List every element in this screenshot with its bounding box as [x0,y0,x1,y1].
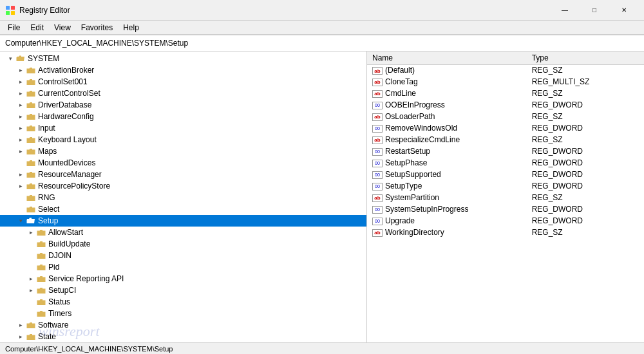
table-row[interactable]: abRespecializeCmdLineREG_SZ [367,134,644,145]
folder-icon-state [26,332,36,341]
reg-name-6: abRespecializeCmdLine [367,134,527,145]
menu-favorites[interactable]: Favorites [76,22,118,33]
reg-data-13 [629,215,644,227]
table-row[interactable]: 00SetupTypeREG_DWORD [367,180,644,192]
table-row[interactable]: 00RemoveWindowsOldREG_DWORD [367,122,644,134]
tree-item-resourcemanager[interactable]: ▸ResourceManager [0,169,366,180]
reg-data-3 [629,99,644,111]
tree-item-status[interactable]: Status [0,296,366,308]
folder-icon-allowstart [36,228,46,237]
tree-item-hardwareconfig[interactable]: ▸HardwareConfig [0,111,366,122]
menu-view[interactable]: View [49,22,76,33]
tree-item-timers[interactable]: Timers [0,308,366,319]
expand-btn-controlset001[interactable]: ▸ [15,77,26,87]
tree-item-mounteddevices[interactable]: MountedDevices [0,157,366,169]
table-row[interactable]: abOsLoaderPathREG_SZ [367,111,644,122]
table-row[interactable]: abWorkingDirectoryREG_SZ [367,227,644,238]
tree-item-maps[interactable]: ▸Maps [0,145,366,157]
tree-item-djoin[interactable]: DJOIN [0,250,366,261]
reg-data-8 [629,157,644,169]
menu-edit[interactable]: Edit [25,22,49,33]
expand-btn-keyboardlayout[interactable]: ▸ [15,135,26,145]
table-row[interactable]: abSystemPartitionREG_SZ [367,192,644,203]
tree-label-resourcepolicystore: ResourcePolicyStore [38,182,110,191]
expand-btn-system[interactable]: ▾ [5,53,15,64]
reg-type-11: REG_SZ [527,192,629,203]
expand-btn-setup[interactable]: ▾ [15,216,26,226]
tree-pane[interactable]: ▾SYSTEM▸ActivationBroker▸ControlSet001▸C… [0,51,367,342]
table-row[interactable]: ab(Default)REG_SZ [367,64,644,76]
expand-btn-resourcemanager[interactable]: ▸ [15,169,26,180]
tree-item-setupci[interactable]: ▸SetupCI [0,284,366,296]
reg-name-1: abCloneTag [367,76,527,88]
table-row[interactable]: abCmdLineREG_SZ [367,88,644,99]
svg-rect-5 [27,219,32,223]
reg-name-5: 00RemoveWindowsOld [367,122,527,134]
tree-label-status: Status [48,297,70,306]
tree-label-activationbroker: ActivationBroker [38,66,94,75]
address-bar: Computer\HKEY_LOCAL_MACHINE\SYSTEM\Setup [0,35,644,51]
folder-icon-resourcepolicystore [26,182,36,191]
tree-item-allowstart[interactable]: ▸AllowStart [0,227,366,238]
expand-btn-currentcontrolset[interactable]: ▸ [15,88,26,98]
expand-btn-state[interactable]: ▸ [15,331,26,342]
tree-item-rng[interactable]: RNG [0,192,366,203]
folder-icon-software [26,321,36,330]
tree-item-input[interactable]: ▸Input [0,122,366,134]
expand-btn-driverdatabase[interactable]: ▸ [15,100,26,110]
tree-label-keyboardlayout: Keyboard Layout [38,135,97,144]
folder-icon-activationbroker [26,66,36,75]
svg-rect-2 [6,11,10,15]
title-bar: Registry Editor — □ ✕ [0,0,644,21]
close-button[interactable]: ✕ [609,0,639,21]
expand-btn-input[interactable]: ▸ [15,123,26,133]
tree-item-activationbroker[interactable]: ▸ActivationBroker [0,64,366,76]
tree-item-driverdatabase[interactable]: ▸DriverDatabase [0,99,366,111]
tree-item-pid[interactable]: Pid [0,261,366,273]
reg-data-1 [629,76,644,88]
table-row[interactable]: 00SetupPhaseREG_DWORD [367,157,644,169]
table-row[interactable]: abCloneTagREG_MULTI_SZ [367,76,644,88]
tree-item-state[interactable]: ▸State [0,331,366,342]
expand-btn-hardwareconfig[interactable]: ▸ [15,111,26,122]
expand-btn-allowstart[interactable]: ▸ [26,227,36,238]
tree-label-hardwareconfig: HardwareConfig [38,112,94,121]
tree-item-resourcepolicystore[interactable]: ▸ResourcePolicyStore [0,180,366,192]
table-row[interactable]: 00UpgradeREG_DWORD [367,215,644,227]
right-pane[interactable]: Name Type ab(Default)REG_SZabCloneTagREG… [367,51,644,342]
reg-type-8: REG_DWORD [527,157,629,169]
table-row[interactable]: 00SetupSupportedREG_DWORD [367,169,644,180]
table-row[interactable]: 00SystemSetupInProgressREG_DWORD [367,203,644,215]
tree-label-driverdatabase: DriverDatabase [38,100,91,109]
reg-type-9: REG_DWORD [527,169,629,180]
tree-item-keyboardlayout[interactable]: ▸Keyboard Layout [0,134,366,145]
tree-item-software[interactable]: ▸Software [0,319,366,331]
tree-item-buildupdate[interactable]: BuildUpdate [0,238,366,250]
col-name[interactable]: Name [367,51,527,64]
maximize-button[interactable]: □ [580,0,609,21]
expand-btn-software[interactable]: ▸ [15,320,26,330]
col-type[interactable]: Type [527,51,629,64]
tree-item-select[interactable]: Select [0,203,366,215]
tree-item-system[interactable]: ▾SYSTEM [0,53,366,64]
menu-help[interactable]: Help [118,22,144,33]
tree-label-setupci: SetupCI [48,286,76,295]
reg-name-10: 00SetupType [367,180,527,192]
table-row[interactable]: 00RestartSetupREG_DWORD [367,145,644,157]
address-path: Computer\HKEY_LOCAL_MACHINE\SYSTEM\Setup [5,39,188,48]
minimize-button[interactable]: — [550,0,580,21]
tree-item-controlset001[interactable]: ▸ControlSet001 [0,76,366,88]
expand-btn-resourcepolicystore[interactable]: ▸ [15,181,26,191]
menu-file[interactable]: File [3,22,25,33]
tree-label-system: SYSTEM [28,54,59,63]
tree-item-servicereportingapi[interactable]: ▸Service Reporting API [0,273,366,284]
tree-item-currentcontrolset[interactable]: ▸CurrentControlSet [0,88,366,99]
tree-label-software: Software [38,321,68,330]
table-row[interactable]: 00OOBEInProgressREG_DWORD [367,99,644,111]
expand-btn-setupci[interactable]: ▸ [26,285,36,295]
expand-btn-servicereportingapi[interactable]: ▸ [26,274,36,284]
tree-item-setup[interactable]: ▾Setup [0,215,366,227]
expand-btn-maps[interactable]: ▸ [15,146,26,156]
expand-btn-activationbroker[interactable]: ▸ [15,65,26,75]
reg-name-14: abWorkingDirectory [367,227,527,238]
